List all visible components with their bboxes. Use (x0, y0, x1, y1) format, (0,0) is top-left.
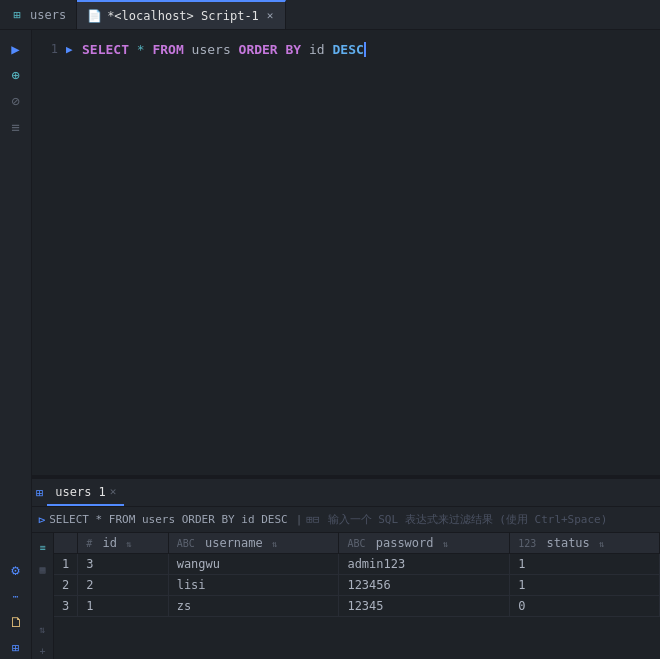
token-space6 (301, 42, 309, 57)
row2-password: 123456 (339, 575, 510, 596)
sidebar-grid-icon[interactable]: ⊞ (5, 637, 27, 659)
row3-status: 0 (510, 596, 660, 617)
col-password[interactable]: ABC password ⇅ (339, 533, 510, 554)
col-status[interactable]: 123 status ⇅ (510, 533, 660, 554)
query-bar: ⊳ SELECT * FROM users ORDER BY id DESC |… (32, 507, 660, 533)
tab-users-label: users (30, 8, 66, 22)
table-row[interactable]: 3 1 zs 12345 0 (54, 596, 660, 617)
col-username-type: ABC (177, 538, 195, 549)
token-star: * (137, 42, 145, 57)
col-username-sort[interactable]: ⇅ (272, 539, 277, 549)
main-area: ▶ ⊕ ⊘ ≡ ⚙ ⋯ 🗋 ⊞ 1 ▶ SELECT * FROM use (0, 30, 660, 659)
token-space5 (278, 42, 286, 57)
grid-body: 1 3 wangwu admin123 1 2 2 lisi 123456 (54, 554, 660, 617)
rs-add-row-icon[interactable]: + (35, 643, 51, 659)
query-bar-sql-text: SELECT * FROM users ORDER BY id DESC (49, 513, 287, 526)
results-panel: ⊞ users 1 ✕ ⊳ SELECT * FROM users ORDER … (32, 479, 660, 659)
col-id-sort[interactable]: ⇅ (126, 539, 131, 549)
filter-hint-icon: | (296, 513, 303, 526)
line-number-1: 1 (36, 42, 66, 56)
rs-sort-icon[interactable]: ⇅ (35, 621, 51, 637)
code-line-1: 1 ▶ SELECT * FROM users ORDER BY id (32, 38, 660, 60)
token-space1 (129, 42, 137, 57)
results-sidebar: ≡ ▦ ⇅ + (32, 533, 54, 659)
rs-select-icon[interactable]: ▦ (35, 561, 51, 577)
sidebar-menu-icon[interactable]: ≡ (5, 116, 27, 138)
sidebar-stop-icon[interactable]: ⊘ (5, 90, 27, 112)
grid-area: ≡ ▦ ⇅ + # id (32, 533, 660, 659)
token-by: BY (286, 42, 302, 57)
token-id: id (309, 42, 325, 57)
row3-password: 12345 (339, 596, 510, 617)
tab-script-label: *<localhost> Script-1 (107, 9, 259, 23)
sidebar-settings-icon[interactable]: ⚙ (5, 559, 27, 581)
row1-id: 3 (78, 554, 168, 575)
tab-script-close[interactable]: ✕ (265, 8, 276, 23)
tab-script[interactable]: 📄 *<localhost> Script-1 ✕ (77, 0, 286, 29)
line-content-1: SELECT * FROM users ORDER BY id DESC (82, 42, 364, 57)
table-row[interactable]: 1 3 wangwu admin123 1 (54, 554, 660, 575)
sidebar-list-icon[interactable]: ⋯ (5, 585, 27, 607)
line-arrow-1: ▶ (66, 43, 82, 56)
tab-users[interactable]: ⊞ users (0, 0, 77, 29)
query-bar-arrow-icon: ⊳ (38, 513, 45, 527)
token-from: FROM (152, 42, 183, 57)
token-desc: DESC (333, 42, 364, 57)
col-id-type: # (86, 538, 92, 549)
results-tab-bar: ⊞ users 1 ✕ (32, 479, 660, 507)
row1-username: wangwu (168, 554, 339, 575)
sidebar: ▶ ⊕ ⊘ ≡ ⚙ ⋯ 🗋 ⊞ (0, 30, 32, 659)
rs-filter-icon[interactable]: ≡ (35, 539, 51, 555)
col-username[interactable]: ABC username ⇅ (168, 533, 339, 554)
col-id-label: id (103, 536, 117, 550)
col-status-label: status (546, 536, 589, 550)
row2-status: 1 (510, 575, 660, 596)
col-selector (54, 533, 78, 554)
grid-header-row: # id ⇅ ABC username ⇅ AB (54, 533, 660, 554)
col-status-type: 123 (518, 538, 536, 549)
row1-password: admin123 (339, 554, 510, 575)
row2-id: 2 (78, 575, 168, 596)
col-status-sort[interactable]: ⇅ (599, 539, 604, 549)
row2-num: 2 (54, 575, 78, 596)
token-space2 (145, 42, 153, 57)
token-space3 (184, 42, 192, 57)
row2-username: lisi (168, 575, 339, 596)
sidebar-add-icon[interactable]: ⊕ (5, 64, 27, 86)
code-editor[interactable]: 1 ▶ SELECT * FROM users ORDER BY id (32, 30, 660, 475)
row3-id: 1 (78, 596, 168, 617)
table-row[interactable]: 2 2 lisi 123456 1 (54, 575, 660, 596)
sidebar-run-icon[interactable]: ▶ (5, 38, 27, 60)
token-space4 (231, 42, 239, 57)
row3-num: 3 (54, 596, 78, 617)
filter-hint-text: 输入一个 SQL 表达式来过滤结果 (使用 Ctrl+Space) (328, 512, 608, 527)
token-select: SELECT (82, 42, 129, 57)
sidebar-file-icon[interactable]: 🗋 (5, 611, 27, 633)
col-password-sort[interactable]: ⇅ (443, 539, 448, 549)
data-grid[interactable]: # id ⇅ ABC username ⇅ AB (54, 533, 660, 659)
grid-header: # id ⇅ ABC username ⇅ AB (54, 533, 660, 554)
results-tab-label: users 1 (55, 485, 106, 499)
results-arrow-icon: ⊞ (36, 486, 43, 500)
col-username-label: username (205, 536, 263, 550)
token-users: users (192, 42, 231, 57)
row3-username: zs (168, 596, 339, 617)
row1-num: 1 (54, 554, 78, 575)
col-password-label: password (376, 536, 434, 550)
token-space7 (325, 42, 333, 57)
token-order: ORDER (239, 42, 278, 57)
col-id[interactable]: # id ⇅ (78, 533, 168, 554)
grid-table: # id ⇅ ABC username ⇅ AB (54, 533, 660, 617)
col-password-type: ABC (347, 538, 365, 549)
table-icon: ⊞ (10, 8, 24, 22)
row1-status: 1 (510, 554, 660, 575)
filter-hint-icon2: ⊞⊟ (306, 513, 319, 526)
script-icon: 📄 (87, 9, 101, 23)
editor-area: 1 ▶ SELECT * FROM users ORDER BY id (32, 30, 660, 659)
results-tab-users1[interactable]: users 1 ✕ (47, 479, 124, 506)
results-tab-close[interactable]: ✕ (110, 485, 117, 498)
tab-bar: ⊞ users 📄 *<localhost> Script-1 ✕ (0, 0, 660, 30)
